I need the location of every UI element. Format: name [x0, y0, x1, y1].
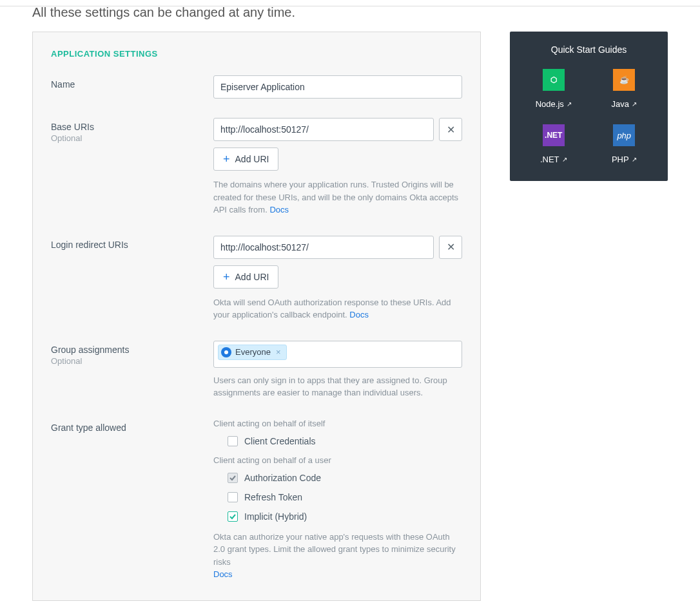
group-chip-everyone: Everyone × [218, 345, 287, 360]
plus-icon: + [223, 271, 230, 283]
name-input[interactable] [213, 75, 462, 99]
base-uris-docs-link[interactable]: Docs [269, 205, 289, 214]
login-redirect-label: Login redirect URIs [51, 240, 128, 250]
grant-docs-link[interactable]: Docs [213, 569, 233, 579]
guide-item-java[interactable]: ☕Java↗ [592, 69, 657, 109]
remove-base-uri-button[interactable]: ✕ [439, 118, 462, 141]
login-redirect-input[interactable] [213, 236, 434, 259]
external-link-icon: ↗ [632, 100, 637, 108]
add-login-redirect-label: Add URI [235, 272, 269, 282]
external-link-icon: ↗ [567, 100, 572, 108]
base-uris-help: The domains where your application runs.… [213, 178, 462, 216]
grant-user-heading: Client acting on behalf of a user [213, 455, 462, 465]
client-credentials-checkbox[interactable] [228, 436, 238, 446]
guide-label: Java↗ [612, 99, 637, 109]
settings-panel: APPLICATION SETTINGS Name Base URIs Opti… [32, 32, 481, 601]
add-base-uri-label: Add URI [235, 154, 269, 164]
refresh-token-label: Refresh Token [244, 492, 302, 502]
external-link-icon: ↗ [562, 156, 567, 163]
name-label: Name [51, 79, 75, 90]
base-uri-input[interactable] [213, 118, 434, 141]
add-login-redirect-button[interactable]: + Add URI [213, 265, 278, 289]
groups-input[interactable]: Everyone × [213, 341, 462, 368]
base-uris-label: Base URIs [51, 122, 94, 132]
close-icon: ✕ [447, 124, 455, 136]
intro-text: All these settings can be changed at any… [0, 5, 700, 32]
check-icon [229, 474, 237, 482]
net-icon: .NET [543, 124, 565, 146]
guide-label: .NET↗ [540, 155, 567, 164]
close-icon: ✕ [447, 241, 455, 253]
guide-item-nodejs[interactable]: ⬡Node.js↗ [521, 69, 586, 109]
group-icon [221, 347, 231, 357]
groups-label: Group assignments [51, 345, 129, 355]
sidebar-title: Quick Start Guides [521, 44, 656, 55]
guide-label: Node.js↗ [536, 99, 572, 109]
base-uris-optional: Optional [51, 133, 213, 143]
grant-label: Grant type allowed [51, 423, 126, 433]
grant-self-heading: Client acting on behalf of itself [213, 419, 462, 428]
group-chip-label: Everyone [235, 347, 271, 357]
java-icon: ☕ [613, 69, 635, 91]
check-icon [229, 513, 237, 520]
groups-optional: Optional [51, 356, 213, 366]
implicit-checkbox[interactable] [228, 511, 238, 522]
section-title: APPLICATION SETTINGS [51, 49, 462, 59]
guide-item-net[interactable]: .NET.NET↗ [521, 124, 586, 164]
guide-item-php[interactable]: phpPHP↗ [592, 124, 657, 164]
grant-help: Okta can authorize your native app's req… [213, 531, 462, 581]
php-icon: php [613, 124, 635, 146]
authorization-code-checkbox[interactable] [228, 473, 238, 483]
plus-icon: + [223, 153, 230, 165]
client-credentials-label: Client Credentials [244, 436, 316, 446]
quick-start-sidebar: Quick Start Guides ⬡Node.js↗☕Java↗.NET.N… [510, 32, 668, 181]
login-redirect-docs-link[interactable]: Docs [349, 310, 369, 319]
nodejs-icon: ⬡ [543, 69, 565, 91]
authorization-code-label: Authorization Code [244, 473, 321, 483]
remove-group-chip[interactable]: × [275, 347, 282, 357]
add-base-uri-button[interactable]: + Add URI [213, 147, 278, 171]
implicit-label: Implicit (Hybrid) [244, 511, 307, 522]
external-link-icon: ↗ [632, 156, 637, 163]
guide-label: PHP↗ [612, 155, 637, 164]
refresh-token-checkbox[interactable] [228, 492, 238, 502]
groups-help: Users can only sign in to apps that they… [213, 374, 462, 399]
remove-login-redirect-button[interactable]: ✕ [439, 236, 462, 259]
login-redirect-help: Okta will send OAuth authorization respo… [213, 296, 462, 321]
